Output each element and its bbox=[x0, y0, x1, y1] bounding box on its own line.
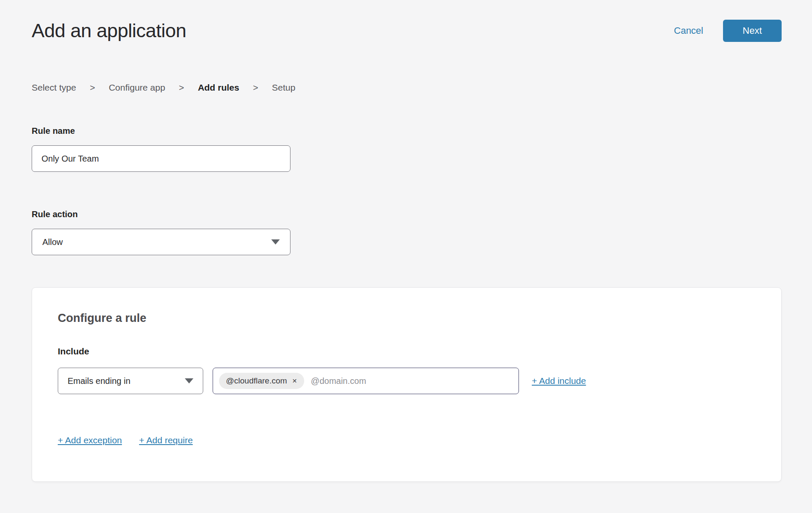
chevron-down-icon bbox=[271, 239, 280, 245]
rule-action-select[interactable]: Allow bbox=[32, 229, 290, 255]
email-domains-field[interactable]: @cloudflare.com ✕ bbox=[213, 368, 519, 394]
header-actions: Cancel Next bbox=[674, 20, 782, 42]
rule-action-label: Rule action bbox=[32, 209, 782, 220]
email-domain-chip: @cloudflare.com ✕ bbox=[219, 373, 304, 389]
page-title: Add an application bbox=[32, 20, 186, 42]
chip-remove-icon[interactable]: ✕ bbox=[292, 378, 297, 384]
add-exception-link[interactable]: + Add exception bbox=[58, 435, 122, 445]
breadcrumb-separator: > bbox=[90, 83, 95, 93]
breadcrumb-separator: > bbox=[253, 83, 258, 93]
email-domain-chip-label: @cloudflare.com bbox=[226, 376, 287, 386]
include-selector-value: Emails ending in bbox=[68, 376, 130, 386]
rule-name-label: Rule name bbox=[32, 125, 782, 137]
include-row: Emails ending in @cloudflare.com ✕ + Add… bbox=[58, 368, 756, 394]
breadcrumb-separator: > bbox=[179, 83, 184, 93]
cancel-button[interactable]: Cancel bbox=[674, 25, 703, 36]
configure-rule-card: Configure a rule Include Emails ending i… bbox=[32, 287, 782, 482]
breadcrumb-step-select-type[interactable]: Select type bbox=[32, 83, 76, 93]
email-domain-input[interactable] bbox=[311, 376, 513, 386]
include-label: Include bbox=[58, 346, 756, 357]
chevron-down-icon bbox=[185, 378, 193, 383]
breadcrumb: Select type > Configure app > Add rules … bbox=[32, 83, 782, 93]
rule-card-title: Configure a rule bbox=[58, 312, 756, 325]
add-require-link[interactable]: + Add require bbox=[139, 435, 193, 445]
add-include-link[interactable]: + Add include bbox=[532, 376, 586, 386]
rule-card-links: + Add exception + Add require bbox=[58, 435, 756, 445]
next-button[interactable]: Next bbox=[723, 20, 782, 42]
breadcrumb-step-configure-app[interactable]: Configure app bbox=[109, 83, 165, 93]
breadcrumb-step-add-rules[interactable]: Add rules bbox=[198, 83, 239, 93]
breadcrumb-step-setup[interactable]: Setup bbox=[272, 83, 296, 93]
rule-action-selected-value: Allow bbox=[42, 237, 63, 247]
page-header: Add an application Cancel Next bbox=[32, 20, 782, 42]
add-application-page: Add an application Cancel Next Select ty… bbox=[0, 0, 812, 482]
include-selector-select[interactable]: Emails ending in bbox=[58, 368, 203, 394]
rule-name-input[interactable] bbox=[32, 145, 290, 172]
